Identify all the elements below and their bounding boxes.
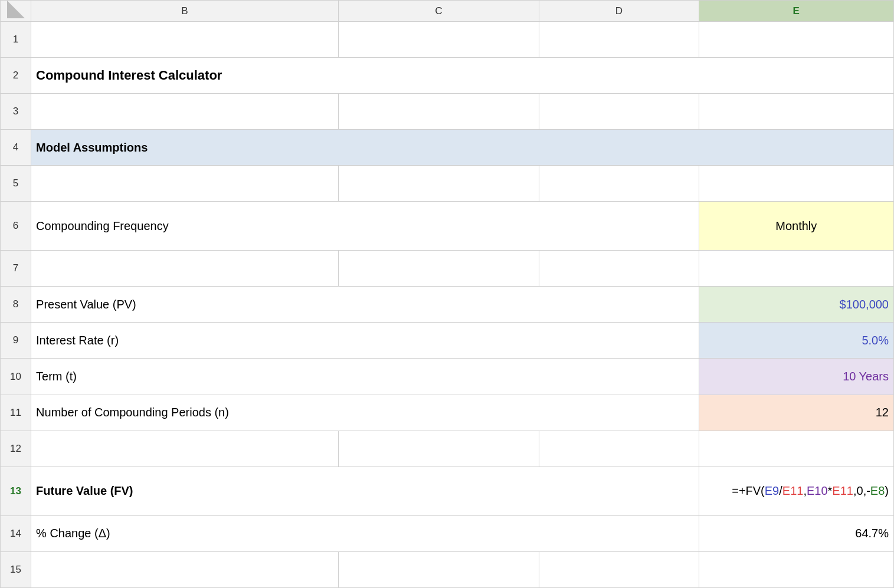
r15-b bbox=[31, 551, 339, 587]
pv-label: Present Value (PV) bbox=[31, 287, 699, 323]
compounding-frequency-label: Compounding Frequency bbox=[31, 202, 699, 251]
row-8-num: 8 bbox=[1, 287, 31, 323]
row-14-num: 14 bbox=[1, 515, 31, 551]
ir-label: Interest Rate (r) bbox=[31, 323, 699, 359]
ir-value[interactable]: 5.0% bbox=[699, 323, 893, 359]
r3-b bbox=[31, 94, 339, 130]
r15-d bbox=[539, 551, 699, 587]
r1-d bbox=[539, 22, 699, 58]
formula-e9: E9 bbox=[765, 484, 779, 497]
r5-c bbox=[338, 166, 539, 202]
corner-header bbox=[1, 1, 31, 22]
col-d-header[interactable]: D bbox=[539, 1, 699, 22]
col-b-header[interactable]: B bbox=[31, 1, 339, 22]
spreadsheet-title: Compound Interest Calculator bbox=[31, 58, 894, 94]
row-2-num: 2 bbox=[1, 58, 31, 94]
r15-e bbox=[699, 551, 893, 587]
r1-b bbox=[31, 22, 339, 58]
row-3-num: 3 bbox=[1, 94, 31, 130]
pct-change-label: % Change (Δ) bbox=[31, 515, 699, 551]
r7-e bbox=[699, 251, 893, 287]
compounding-frequency-value[interactable]: Monthly bbox=[699, 202, 893, 251]
r5-d bbox=[539, 166, 699, 202]
n-label: Number of Compounding Periods (n) bbox=[31, 395, 699, 431]
formula-prefix: =+FV( bbox=[732, 484, 765, 497]
formula-e8: E8 bbox=[870, 484, 885, 497]
r5-b bbox=[31, 166, 339, 202]
formula-close: ) bbox=[885, 484, 889, 497]
row-10-num: 10 bbox=[1, 359, 31, 395]
r1-c bbox=[338, 22, 539, 58]
formula-e11b: E11 bbox=[832, 484, 853, 497]
r12-b bbox=[31, 431, 339, 467]
r12-c bbox=[338, 431, 539, 467]
r1-e bbox=[699, 22, 893, 58]
col-e-header[interactable]: E bbox=[699, 1, 893, 22]
pct-change-value: 64.7% bbox=[699, 515, 893, 551]
r12-d bbox=[539, 431, 699, 467]
row-12-num: 12 bbox=[1, 431, 31, 467]
r7-b bbox=[31, 251, 339, 287]
term-value[interactable]: 10 Years bbox=[699, 359, 893, 395]
row-1-num: 1 bbox=[1, 22, 31, 58]
fv-label: Future Value (FV) bbox=[31, 467, 699, 515]
model-assumptions-label: Model Assumptions bbox=[31, 130, 894, 166]
formula-suffix: ,0,- bbox=[853, 484, 870, 497]
fv-label-text: Future Value (FV) bbox=[36, 484, 133, 497]
term-label: Term (t) bbox=[31, 359, 699, 395]
row-4-num: 4 bbox=[1, 130, 31, 166]
pv-value[interactable]: $100,000 bbox=[699, 287, 893, 323]
row-6-num: 6 bbox=[1, 202, 31, 251]
r3-d bbox=[539, 94, 699, 130]
row-11-num: 11 bbox=[1, 395, 31, 431]
formula-e10: E10 bbox=[807, 484, 828, 497]
r7-c bbox=[338, 251, 539, 287]
r5-e bbox=[699, 166, 893, 202]
r3-c bbox=[338, 94, 539, 130]
n-value[interactable]: 12 bbox=[699, 395, 893, 431]
row-13-num: 13 bbox=[1, 467, 31, 515]
r3-e bbox=[699, 94, 893, 130]
col-c-header[interactable]: C bbox=[338, 1, 539, 22]
row-5-num: 5 bbox=[1, 166, 31, 202]
row-15-num: 15 bbox=[1, 551, 31, 587]
svg-marker-0 bbox=[7, 1, 25, 18]
row-9-num: 9 bbox=[1, 323, 31, 359]
row-7-num: 7 bbox=[1, 251, 31, 287]
r7-d bbox=[539, 251, 699, 287]
fv-formula[interactable]: =+FV(E9/E11,E10*E11,0,-E8) bbox=[699, 467, 893, 515]
formula-e11a: E11 bbox=[782, 484, 804, 497]
r12-e bbox=[699, 431, 893, 467]
r15-c bbox=[338, 551, 539, 587]
